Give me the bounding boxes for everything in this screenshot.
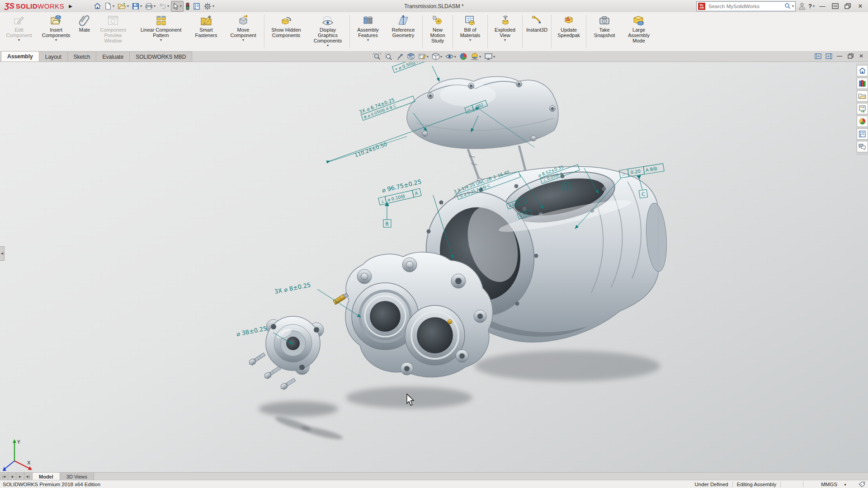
fullscreen-icon — [832, 3, 839, 9]
model-canvas[interactable]: ⌖ ⌀ 0.50Ⓜ A B 3X ⌀ 6.74±0.25 ⊕ ⌀ 0.050Ⓜ … — [0, 62, 868, 473]
feature-manager-collapse-tab[interactable]: ◀ — [0, 246, 5, 261]
zoom-to-fit-button[interactable] — [372, 52, 382, 61]
hide-show-items-button[interactable]: ▾ — [444, 52, 457, 61]
task-pane-appearances-button[interactable] — [857, 116, 868, 127]
hide-show-eye-icon — [445, 52, 454, 61]
display-graphics-components-icon — [322, 14, 334, 26]
part-top-cover[interactable] — [407, 76, 558, 183]
datum-b2[interactable]: B — [565, 184, 568, 189]
display-style-button[interactable]: ▾ — [431, 52, 443, 61]
ribbon-button-reference-geometry[interactable]: Reference Geometry — [385, 12, 421, 51]
ribbon-button-edit-component[interactable]: Edit Component ▾ — [2, 12, 36, 51]
select-tool-button[interactable]: ▾ — [171, 1, 184, 12]
previous-view-button[interactable] — [395, 52, 405, 61]
gdt-flange-bolts[interactable]: 3X ⌀ 8±0.25 — [274, 282, 311, 295]
gdt-cover-top-frame[interactable]: ⌖ ⌀ 0.50Ⓜ A B — [392, 62, 434, 73]
ribbon-button-display-graphics-components[interactable]: Display Graphics Components ▾ — [307, 12, 349, 51]
task-pane-resources-button[interactable] — [857, 65, 868, 76]
search-box[interactable]: MySW ▾ — [696, 1, 796, 11]
ribbon-button-linear-component-pattern[interactable]: Linear Component Pattern ▾ — [133, 12, 189, 51]
save-button[interactable]: ▾ — [131, 1, 143, 11]
ribbon-button-show-hidden-components[interactable]: Show Hidden Components — [265, 12, 307, 51]
dynamic-annotation-views-button[interactable]: ▾ — [417, 52, 429, 61]
apply-scene-button[interactable]: ▾ — [470, 52, 482, 61]
doc-restore-button[interactable] — [846, 52, 854, 60]
gdt-cover-bolts[interactable]: 3X ⌀ 6.74±0.25 ⊕ ⌀ 0.050Ⓜ A B C — [359, 90, 415, 121]
new-document-button[interactable]: ▾ — [103, 1, 116, 11]
svg-text:0.20: 0.20 — [630, 169, 641, 175]
tab-assembly[interactable]: Assembly — [1, 51, 39, 61]
open-button[interactable]: ▾ — [116, 1, 130, 11]
gdt-width-dimension[interactable]: 110.24±0.50 — [354, 141, 388, 159]
section-view-button[interactable] — [406, 52, 416, 61]
ribbon-button-new-motion-study[interactable]: New Motion Study — [424, 12, 452, 51]
doc-minimize-button[interactable]: — — [835, 52, 844, 60]
svg-text:110.24±0.50: 110.24±0.50 — [354, 141, 388, 159]
undo-button[interactable]: ▾ — [157, 1, 170, 11]
edit-appearance-button[interactable] — [458, 52, 468, 61]
ribbon-button-update-speedpak[interactable]: Update Speedpak — [552, 12, 585, 51]
command-tab-row: Assembly Layout Sketch Evaluate SOLIDWOR… — [0, 51, 868, 62]
ribbon-button-component-preview-window[interactable]: Component Preview Window — [93, 12, 133, 51]
rebuild-button[interactable] — [184, 1, 191, 11]
ribbon-button-exploded-view[interactable]: Exploded View ▾ — [489, 12, 521, 51]
search-icon[interactable] — [784, 3, 791, 9]
ribbon-button-insert-components[interactable]: Insert Components ▾ — [36, 12, 76, 51]
file-properties-button[interactable] — [192, 1, 202, 11]
task-pane-forum-button[interactable] — [857, 141, 868, 152]
close-button[interactable]: ✕ — [855, 1, 865, 11]
pane-right-button[interactable] — [825, 52, 833, 60]
options-button[interactable]: ▾ — [202, 1, 216, 11]
tab-3d-views[interactable]: 3D Views — [60, 473, 94, 480]
units-selector[interactable]: MMGS — [821, 482, 837, 487]
tab-solidworks-mbd[interactable]: SOLIDWORKS MBD — [129, 52, 192, 61]
ribbon-button-smart-fasteners[interactable]: Smart Fasteners — [189, 12, 223, 51]
tab-sketch[interactable]: Sketch — [67, 52, 97, 61]
pane-left-button[interactable] — [814, 52, 822, 60]
ribbon-button-large-assembly-mode[interactable]: Large Assembly Mode — [622, 12, 656, 51]
graphics-area[interactable]: ⌖ ⌀ 0.50Ⓜ A B 3X ⌀ 6.74±0.25 ⊕ ⌀ 0.050Ⓜ … — [0, 62, 868, 473]
ribbon-button-assembly-features[interactable]: Assembly Features ▾ — [351, 12, 385, 51]
part-output-flange[interactable] — [266, 316, 324, 375]
doc-restore-icon — [848, 53, 854, 59]
restore-button[interactable] — [843, 1, 853, 11]
ribbon-button-move-component[interactable]: Move Component ▾ — [223, 12, 263, 51]
tag-icon[interactable] — [859, 481, 865, 488]
tab-layout[interactable]: Layout — [39, 52, 68, 61]
task-pane-design-library-button[interactable] — [857, 78, 868, 89]
tab-scroll-first-button[interactable]: |◀ — [0, 473, 8, 480]
fullscreen-button[interactable] — [830, 1, 840, 11]
custom-properties-list-icon — [859, 130, 866, 138]
section-view-icon — [407, 52, 415, 61]
datum-b[interactable]: B — [386, 221, 389, 226]
ribbon-button-bill-of-materials[interactable]: Bill of Materials ▾ — [454, 12, 486, 51]
forum-chat-icon — [858, 143, 866, 150]
tab-scroll-right-button[interactable]: ▶ — [16, 473, 24, 480]
tab-evaluate[interactable]: Evaluate — [96, 52, 130, 61]
doc-close-button[interactable]: ✕ — [857, 52, 865, 60]
gdt-flange-dia[interactable]: ⌀ 38±0.25 — [236, 325, 268, 338]
ribbon-button-instant3d[interactable]: Instant3D — [524, 12, 550, 51]
menu-flyout-button[interactable]: ▶ — [69, 4, 72, 9]
search-input[interactable] — [708, 3, 784, 9]
show-hidden-components-icon — [280, 14, 292, 26]
minimize-button[interactable]: — — [817, 1, 827, 11]
tab-scroll-last-button[interactable]: ▶| — [24, 473, 33, 480]
task-pane-custom-properties-button[interactable] — [857, 128, 868, 140]
rebuild-traffic-light-icon — [185, 2, 190, 10]
zoom-to-area-button[interactable] — [383, 52, 393, 61]
document-tab-bar: |◀ ◀ ▶ ▶| Model 3D Views — [0, 472, 868, 480]
task-pane-view-palette-button[interactable] — [857, 103, 868, 114]
login-user-icon[interactable] — [798, 2, 806, 10]
home-button[interactable] — [92, 1, 103, 11]
help-button[interactable]: ?▾ — [808, 1, 815, 11]
view-palette-icon — [859, 105, 866, 113]
ribbon-button-mate[interactable]: Mate — [76, 12, 93, 51]
triad-x-label: X — [27, 460, 31, 466]
tab-model[interactable]: Model — [33, 473, 60, 480]
task-pane-file-explorer-button[interactable] — [857, 90, 868, 102]
print-button[interactable]: ▾ — [144, 1, 157, 11]
ribbon-button-take-snapshot[interactable]: Take Snapshot — [587, 12, 622, 51]
view-settings-button[interactable]: ▾ — [483, 52, 496, 61]
tab-scroll-left-button[interactable]: ◀ — [8, 473, 16, 480]
